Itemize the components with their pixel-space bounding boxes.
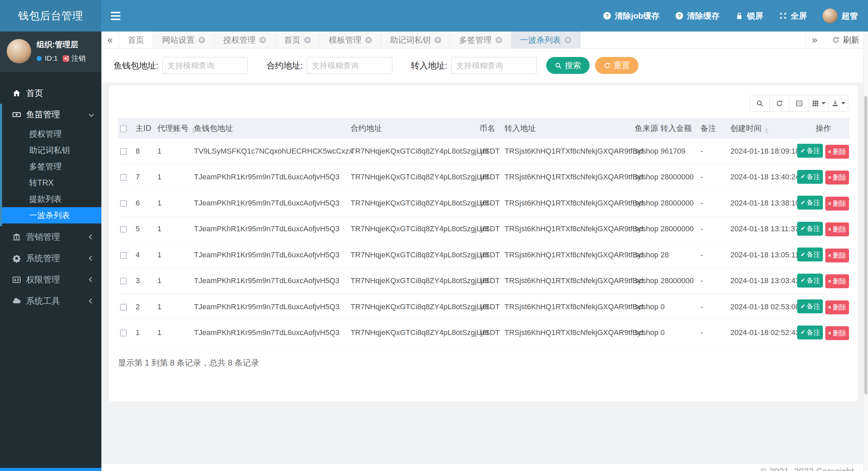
chevron-down-icon: [89, 112, 94, 117]
sidebar-user-panel: 组织:管理层 ID:1 注销: [0, 32, 101, 72]
sidebar-item-marketing-manage[interactable]: 营销管理: [0, 226, 101, 248]
table-view-toggle-button[interactable]: [789, 95, 809, 112]
note-button[interactable]: 备注: [797, 274, 823, 288]
column-header-created[interactable]: 创建时间: [728, 119, 797, 138]
table-export-button[interactable]: [828, 95, 848, 112]
tab-refresh-button[interactable]: 刷新: [823, 32, 868, 48]
row-checkbox[interactable]: [120, 278, 127, 284]
sidebar-item-auth-manage[interactable]: 授权管理: [0, 126, 101, 142]
sidebar-item-fish-manage[interactable]: 鱼苗管理: [0, 104, 101, 125]
tab-multisig-manage[interactable]: 多签管理×: [450, 32, 511, 48]
tab-site-settings[interactable]: 网站设置×: [153, 32, 214, 48]
contract-address-input[interactable]: [307, 57, 392, 74]
row-checkbox[interactable]: [120, 226, 127, 233]
sidebar-item-system-manage[interactable]: 系统管理: [0, 248, 101, 269]
fullscreen-button[interactable]: 全屏: [779, 11, 807, 21]
note-button[interactable]: 备注: [797, 222, 823, 236]
note-button[interactable]: 备注: [797, 248, 823, 261]
delete-button[interactable]: ×删除: [825, 222, 849, 236]
sidebar-item-label: 多签管理: [29, 161, 62, 172]
note-button[interactable]: 备注: [797, 196, 823, 210]
cell-to: TRSjst6KhHQ1RTXf8cNfekjGXQAR9tfByf: [502, 294, 633, 320]
tab-close-icon[interactable]: ×: [304, 37, 311, 43]
tab-home-2[interactable]: 首页×: [275, 32, 320, 48]
table-columns-button[interactable]: [809, 95, 829, 112]
tab-close-icon[interactable]: ×: [259, 37, 266, 43]
sidebar-item-multisig-manage[interactable]: 多签管理: [0, 158, 101, 175]
delete-button[interactable]: ×删除: [825, 274, 849, 288]
table-search-button[interactable]: [750, 95, 770, 112]
delete-button-label: 删除: [833, 329, 846, 338]
tab-close-icon[interactable]: ×: [495, 37, 502, 43]
logout-link[interactable]: 注销: [62, 54, 86, 63]
sidebar-item-label: 鱼苗管理: [26, 109, 60, 120]
row-checkbox[interactable]: [120, 148, 127, 155]
tab-yibosha-list[interactable]: 一波杀列表×: [511, 32, 580, 48]
note-button[interactable]: 备注: [797, 299, 823, 313]
cell-agent: 1: [155, 268, 192, 294]
sidebar-item-home[interactable]: 首页: [0, 82, 101, 104]
sidebar-item-system-tools[interactable]: 系统工具: [0, 290, 101, 312]
sidebar-item-mnemonic-keys[interactable]: 助记词私钥: [0, 142, 101, 158]
tab-label: 网站设置: [162, 35, 195, 45]
tab-label: 多签管理: [459, 35, 492, 45]
column-header-agent[interactable]: 代理账号: [155, 119, 192, 138]
delete-button[interactable]: ×删除: [825, 171, 849, 184]
row-checkbox[interactable]: [120, 200, 127, 207]
tab-label: 模板管理: [329, 35, 361, 45]
tab-mnemonic-keys[interactable]: 助记词私钥×: [381, 32, 450, 48]
clear-cache-button[interactable]: ?清除缓存: [675, 11, 719, 21]
delete-button[interactable]: ×删除: [825, 326, 849, 340]
tab-close-icon[interactable]: ×: [565, 37, 571, 43]
reset-button[interactable]: 重置: [595, 57, 638, 74]
fish-wallet-address-input[interactable]: [162, 57, 248, 74]
sidebar-item-withdraw-list[interactable]: 提款列表: [0, 191, 101, 207]
select-all-checkbox[interactable]: [120, 125, 127, 132]
column-label: 创建时间: [730, 124, 762, 133]
note-button[interactable]: 备注: [797, 144, 823, 158]
x-icon: ×: [828, 201, 831, 207]
lock-screen-label: 锁屏: [747, 11, 763, 21]
table-refresh-button[interactable]: [769, 95, 789, 112]
tab-close-icon[interactable]: ×: [198, 37, 205, 43]
delete-button[interactable]: ×删除: [825, 249, 849, 262]
row-checkbox[interactable]: [120, 330, 127, 336]
cell-contract: TR7NHqjeKQxGTCi8q8ZY4pL8otSzgjLj6t: [349, 268, 477, 294]
sidebar-item-yibosha-list[interactable]: 一波杀列表: [2, 207, 101, 223]
app-logo[interactable]: 钱包后台管理: [0, 0, 101, 32]
refresh-icon: [832, 36, 840, 44]
clear-cache-label: 清除缓存: [687, 11, 719, 21]
search-button[interactable]: 搜索: [546, 57, 590, 74]
sidebar-toggle-button[interactable]: [101, 0, 130, 32]
user-menu[interactable]: 超管: [823, 8, 858, 23]
sidebar-item-permission-manage[interactable]: 权限管理: [0, 269, 101, 290]
tab-template-manage[interactable]: 模板管理×: [320, 32, 381, 48]
main-area: « 首页网站设置×授权管理×首页×模板管理×助记词私钥×多签管理×一波杀列表× …: [101, 32, 868, 471]
tab-close-icon[interactable]: ×: [365, 37, 372, 43]
scrollbar-thumb[interactable]: [864, 96, 867, 394]
note-button[interactable]: 备注: [797, 326, 823, 339]
row-checkbox[interactable]: [120, 252, 127, 259]
sidebar-item-transfer-trx[interactable]: 转TRX: [0, 175, 101, 191]
lock-screen-button[interactable]: 锁屏: [735, 11, 763, 21]
clear-job-cache-button[interactable]: ?清除job缓存: [603, 11, 659, 21]
sidebar-section-fish-manage: 鱼苗管理授权管理助记词私钥多签管理转TRX提款列表一波杀列表: [0, 104, 101, 226]
tab-auth-manage[interactable]: 授权管理×: [214, 32, 275, 48]
delete-button[interactable]: ×删除: [825, 145, 849, 159]
cell-wallet: TJeamPKhR1Kr95m9n7TdL6uxcAofjvH5Q3: [192, 216, 349, 242]
row-checkbox[interactable]: [120, 174, 127, 181]
transfer-in-address-input[interactable]: [451, 57, 537, 74]
delete-button-label: 删除: [833, 199, 846, 208]
row-checkbox[interactable]: [120, 304, 127, 311]
delete-button[interactable]: ×删除: [825, 197, 849, 211]
tab-home[interactable]: 首页: [119, 32, 153, 48]
delete-button[interactable]: ×删除: [825, 300, 849, 314]
note-button[interactable]: 备注: [797, 170, 823, 184]
cell-contract: TR7NHqjeKQxGTCi8q8ZY4pL8otSzgjLj6t: [349, 190, 477, 216]
list-icon: [795, 100, 803, 107]
tab-close-icon[interactable]: ×: [434, 37, 441, 43]
filter-transfer-in-address: 转入地址:: [411, 57, 537, 74]
tabs-scroll-right-button[interactable]: »: [806, 32, 823, 48]
tabs-scroll-left-button[interactable]: «: [101, 32, 119, 48]
cell-id: 1: [134, 320, 155, 346]
